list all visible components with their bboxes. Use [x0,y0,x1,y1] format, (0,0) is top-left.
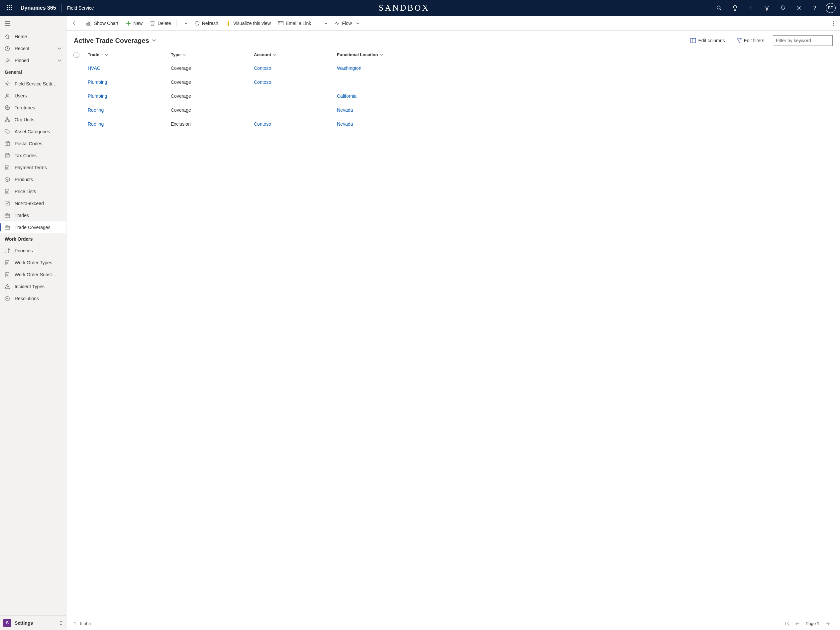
funnel-icon [764,5,769,11]
select-all-cell[interactable] [69,52,84,58]
nav-item-recent[interactable]: Recent [0,43,66,54]
search-button[interactable] [711,0,727,16]
flow-icon [334,21,339,26]
email-split-button[interactable] [322,16,330,30]
notifications-button[interactable] [775,0,791,16]
table-row[interactable]: HVACCoverageContosoWashington [66,61,838,75]
delete-split-button[interactable] [182,16,190,30]
location-link[interactable]: Washington [337,65,361,71]
plus-icon [748,5,753,11]
product-brand[interactable]: Dynamics 365 [17,5,60,11]
type-value: Coverage [171,108,191,113]
account-link[interactable]: Contoso [254,79,271,85]
nav-item-0-11[interactable]: Trades [0,209,66,222]
nav-item-0-12[interactable]: Trade Coverages [0,222,66,233]
select-all-circle-icon [73,52,79,58]
column-header-account[interactable]: Account [254,52,329,57]
next-page-button[interactable] [823,622,833,626]
nav-item-1-0[interactable]: Priorities [0,245,66,256]
nav-item-0-8[interactable]: Products [0,174,66,185]
nav-item-0-9[interactable]: Price Lists [0,185,66,198]
nav-item-label: Users [14,93,62,98]
trade-link[interactable]: Plumbing [88,79,107,85]
nav-item-1-2[interactable]: Work Order Subst… [0,269,66,280]
funnel-icon [737,38,742,43]
table-row[interactable]: RoofingCoverageNevada [66,103,838,117]
view-selector[interactable]: Active Trade Coverages [74,37,156,44]
command-overflow-button[interactable] [828,16,838,30]
trade-link[interactable]: Plumbing [88,93,107,99]
nav-group-header: Work Orders [0,233,66,245]
trade-link[interactable]: Roofing [88,108,104,113]
app-name[interactable]: Field Service [64,5,97,11]
sort-icon [5,248,10,253]
show-chart-label: Show Chart [94,21,118,26]
app-launcher-button[interactable] [2,0,17,16]
briefcase-icon [5,225,10,230]
grid-container[interactable]: Trade↑ Type Account Functional Location … [66,49,840,617]
column-header-location[interactable]: Functional Location [337,52,835,57]
column-header-type[interactable]: Type [171,52,246,57]
new-button[interactable]: New [122,16,146,30]
trade-link[interactable]: Roofing [88,121,104,127]
location-link[interactable]: Nevada [337,108,353,113]
account-link[interactable]: Contoso [254,65,271,71]
topbar-center: SANDBOX [97,3,711,13]
nav-item-0-7[interactable]: Payment Terms [0,161,66,174]
area-switcher[interactable]: S Settings [0,616,66,630]
first-page-button[interactable] [783,622,793,626]
nav-item-1-1[interactable]: Work Order Types [0,256,66,269]
nav-item-1-3[interactable]: Incident Types [0,280,66,293]
table-row[interactable]: PlumbingCoverageContoso [66,75,838,89]
nav-item-1-4[interactable]: Resolutions [0,293,66,304]
nav-item-label: Recent [14,46,53,51]
account-link[interactable]: Contoso [254,121,271,127]
email-link-button[interactable]: Email a Link [275,16,321,30]
gear-icon [5,81,10,86]
visualize-button[interactable]: Visualize this view [222,16,274,30]
assistant-button[interactable] [727,0,743,16]
table-row[interactable]: PlumbingCoverageCalifornia [66,89,838,103]
nav-item-0-3[interactable]: Org Units [0,114,66,126]
location-link[interactable]: California [337,93,357,99]
advanced-filter-button[interactable] [759,0,775,16]
nav-item-home[interactable]: Home [0,30,66,43]
refresh-button[interactable]: Refresh [191,16,222,30]
view-header: Active Trade Coverages Edit columns Edit… [66,30,840,49]
keyword-filter-input[interactable] [773,35,833,46]
svg-point-38 [833,25,834,25]
prev-page-icon [795,622,800,626]
prev-page-button[interactable] [793,622,802,626]
nav-item-0-0[interactable]: Field Service Setti… [0,78,66,90]
data-grid: Trade↑ Type Account Functional Location … [66,49,838,131]
nav-item-0-1[interactable]: Users [0,90,66,102]
nav-item-0-10[interactable]: Not-to-exceed [0,198,66,209]
location-link[interactable]: Nevada [337,121,353,127]
sidebar-toggle-button[interactable] [5,21,10,25]
new-record-button[interactable] [743,0,759,16]
settings-button[interactable] [791,0,807,16]
svg-rect-5 [11,7,12,8]
nav-item-pinned[interactable]: Pinned [0,54,66,66]
back-button[interactable] [68,16,81,30]
edit-filters-label: Edit filters [744,38,764,43]
edit-filters-button[interactable]: Edit filters [734,36,767,45]
trade-link[interactable]: HVAC [88,65,100,71]
delete-button[interactable]: Delete [147,16,181,30]
nav-item-label: Asset Categories [14,129,62,134]
nav-item-0-4[interactable]: Asset Categories [0,126,66,138]
chevron-down-icon [57,47,62,50]
visualize-label: Visualize this view [233,21,271,26]
show-chart-button[interactable]: Show Chart [83,16,122,30]
table-row[interactable]: RoofingExclusionContosoNevada [66,117,838,131]
column-header-trade[interactable]: Trade↑ [88,52,163,57]
flow-button[interactable]: Flow [331,16,363,30]
help-button[interactable] [807,0,823,16]
nav-item-0-5[interactable]: Postal Codes [0,138,66,150]
nav-item-0-2[interactable]: Territories [0,102,66,114]
edit-columns-button[interactable]: Edit columns [687,36,728,45]
nav-item-0-6[interactable]: Tax Codes [0,150,66,161]
user-avatar[interactable]: BD [826,3,836,13]
chevron-down-icon [380,54,384,56]
brand-divider [62,4,62,12]
